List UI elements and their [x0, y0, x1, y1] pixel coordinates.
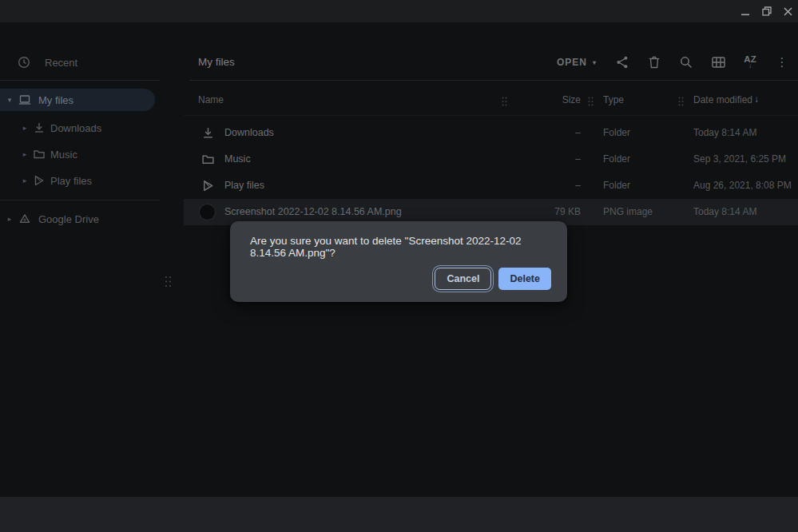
image-thumbnail — [200, 204, 215, 220]
delete-button[interactable] — [645, 54, 663, 70]
sidebar-divider-top — [0, 80, 160, 81]
page-title: My files — [198, 56, 235, 68]
file-date: Aug 26, 2021, 8:08 PM — [693, 180, 792, 191]
minimize-icon — [741, 7, 750, 16]
minimize-button[interactable] — [734, 0, 756, 22]
folder-icon — [33, 148, 46, 161]
chromeos-screen: Recent ▾ My files ▸ Downloads ▸ Music ▸ — [0, 0, 798, 532]
file-date: Today 8:14 AM — [693, 206, 756, 217]
file-type: PNG image — [603, 206, 653, 217]
delete-button[interactable]: Delete — [498, 268, 551, 290]
clock-icon — [18, 56, 30, 69]
delete-confirmation-dialog: Are you sure you want to delete "Screens… — [230, 221, 567, 302]
file-name: Downloads — [224, 127, 274, 138]
column-header-date[interactable]: Date modified — [693, 94, 752, 105]
header-divider — [189, 80, 798, 81]
file-date: Today 8:14 AM — [693, 127, 756, 138]
sidebar-item-downloads[interactable]: ▸ Downloads — [0, 117, 160, 139]
share-icon — [616, 56, 629, 69]
sidebar-divider-drive — [0, 200, 160, 200]
file-size: – — [503, 153, 581, 165]
chevron-right-icon[interactable]: ▸ — [19, 150, 30, 158]
delete-icon — [649, 56, 660, 69]
sidebar-label-play-files: Play files — [50, 175, 92, 187]
chevron-right-icon[interactable]: ▸ — [19, 177, 30, 185]
file-size: – — [503, 127, 581, 138]
file-size: – — [503, 180, 581, 191]
file-type: Folder — [603, 153, 630, 165]
sidebar-label-downloads: Downloads — [50, 122, 101, 134]
sidebar-item-music[interactable]: ▸ Music — [0, 143, 160, 165]
grid-view-button[interactable] — [709, 54, 727, 70]
more-menu-button[interactable]: ⋮ — [773, 54, 791, 70]
file-row-music[interactable]: Music – Folder Sep 3, 2021, 6:25 PM — [184, 146, 798, 173]
grid-view-icon — [712, 57, 725, 68]
file-name: Play files — [224, 180, 264, 191]
sort-button[interactable]: AZ ↓ — [741, 54, 759, 70]
sidebar-item-recent[interactable]: Recent — [0, 51, 160, 73]
download-icon — [201, 126, 215, 140]
file-date: Sep 3, 2021, 6:25 PM — [693, 153, 786, 165]
file-name: Music — [224, 153, 251, 165]
more-menu-icon: ⋮ — [776, 55, 788, 69]
search-button[interactable] — [677, 54, 695, 70]
chevron-right-icon[interactable]: ▸ — [19, 124, 30, 132]
cancel-button[interactable]: Cancel — [435, 268, 491, 290]
sidebar-item-google-drive[interactable]: ▸ Google Drive — [0, 208, 160, 230]
sidebar-label-recent: Recent — [45, 57, 77, 69]
restore-icon — [762, 6, 772, 16]
column-resize-handle[interactable] — [678, 95, 684, 105]
column-resize-handle[interactable] — [588, 95, 594, 105]
laptop-icon — [18, 93, 31, 106]
play-icon — [33, 174, 46, 187]
sidebar-item-play-files[interactable]: ▸ Play files — [0, 169, 160, 192]
search-icon — [680, 56, 693, 69]
file-name: Screenshot 2022-12-02 8.14.56 AM.png — [224, 206, 402, 217]
chevron-right-icon[interactable]: ▸ — [4, 215, 15, 223]
share-button[interactable] — [613, 54, 631, 70]
file-size: 79 KB — [503, 206, 581, 217]
chevron-down-icon[interactable]: ▾ — [4, 96, 15, 104]
dialog-buttons: Cancel Delete — [435, 268, 551, 290]
folder-icon — [201, 153, 215, 166]
close-button[interactable] — [776, 0, 798, 22]
file-row-play-files[interactable]: Play files – Folder Aug 26, 2021, 8:08 P… — [184, 173, 798, 199]
open-button-label: OPEN — [557, 57, 587, 68]
play-icon — [201, 179, 215, 193]
restore-button[interactable] — [756, 0, 778, 22]
sidebar-item-my-files[interactable]: ▾ My files — [0, 89, 155, 111]
column-header-type[interactable]: Type — [603, 94, 624, 105]
file-row-downloads[interactable]: Downloads – Folder Today 8:14 AM — [184, 120, 798, 146]
shelf: M 31 <t> — [0, 497, 798, 532]
file-type: Folder — [603, 180, 630, 191]
sidebar-label-google-drive: Google Drive — [38, 213, 99, 225]
google-drive-icon — [18, 212, 31, 225]
close-icon — [784, 7, 792, 16]
sidebar-label-my-files: My files — [38, 94, 73, 106]
sort-az-icon: AZ ↓ — [744, 55, 756, 70]
file-type: Folder — [603, 127, 630, 138]
dialog-message: Are you sure you want to delete "Screens… — [250, 235, 555, 259]
open-button[interactable]: OPEN ▾ — [557, 55, 596, 69]
chevron-down-icon: ▾ — [593, 59, 596, 66]
download-icon — [33, 121, 46, 134]
column-header-name[interactable]: Name — [198, 94, 224, 105]
sidebar-label-music: Music — [50, 149, 77, 161]
column-header-size[interactable]: Size — [503, 94, 581, 105]
sort-direction-icon[interactable]: ↓ — [754, 93, 759, 105]
sidebar-resize-handle[interactable] — [165, 276, 172, 288]
table-header-divider — [184, 115, 798, 116]
window-titlebar — [0, 0, 798, 22]
